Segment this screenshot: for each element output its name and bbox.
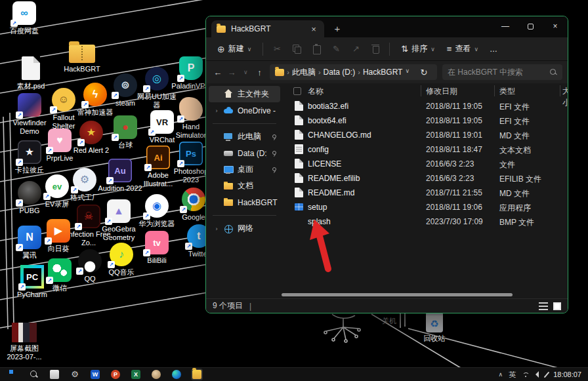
new-button-label: 新建 <box>228 43 244 54</box>
paste-icon[interactable] <box>309 43 324 55</box>
up-button[interactable]: ↑ <box>253 68 266 77</box>
taskbar-clock[interactable]: 18:08:07 <box>553 371 581 378</box>
start-taskbar-button[interactable] <box>8 369 20 380</box>
close-button[interactable]: × <box>543 16 568 36</box>
breadcrumb[interactable]: ›此电脑›Data (D:)›HackBGRT ∨ ↻ <box>270 64 437 80</box>
file-row-LICENSE[interactable]: LICENSE 2016/6/3 2:23 文件 <box>283 157 568 171</box>
settings-taskbar-button[interactable] <box>69 369 81 380</box>
shortcut-arrow-icon: ↗ <box>81 101 89 108</box>
app-icon: ↗ <box>179 97 203 121</box>
desktop-icon-BiliBili[interactable]: tv ↗ BiliBili <box>134 231 180 265</box>
file-date-modified: 2018/7/11 21:55 <box>426 188 482 197</box>
new-tab-button[interactable]: + <box>332 23 343 34</box>
app-icon: ↗ <box>12 323 37 342</box>
file-row-README.md[interactable]: README.md 2018/7/11 21:55 MD 文件 <box>283 186 568 200</box>
desktop-icon-卡拉彼丘[interactable]: ★ ↗ 卡拉彼丘 <box>7 140 52 174</box>
excel-taskbar-button[interactable]: X <box>130 369 142 380</box>
sort-button[interactable]: ⇅ 排序 ∨ <box>396 41 440 57</box>
address-dropdown-icon[interactable]: ∨ <box>405 68 410 77</box>
language-indicator[interactable]: 英 <box>509 370 516 380</box>
tab-hackbgrt[interactable]: HackBGRT × <box>211 20 324 37</box>
powerpoint-taskbar-button[interactable]: P <box>110 369 121 380</box>
desktop-icon-百度网盘[interactable]: ∞ ↗ 百度网盘 <box>1 1 47 35</box>
file-row-config[interactable]: config 2018/8/11 18:47 文本文档 <box>283 142 568 157</box>
view-button[interactable]: ≡ 查看 ∨ <box>442 41 483 57</box>
file-row-bootia32.efi[interactable]: bootia32.efi 2018/8/11 19:05 EFI 文件 <box>283 99 568 113</box>
sidebar-item-Data (D:)[interactable]: Data (D:) <box>209 145 280 161</box>
sidebar-item-网络[interactable]: › 网络 <box>209 220 280 237</box>
pen-icon[interactable] <box>544 371 550 378</box>
large-icons-view-button[interactable] <box>553 302 561 310</box>
more-options-button[interactable]: … <box>490 45 498 54</box>
forward-button[interactable]: → <box>225 68 238 77</box>
sidebar-item-HackBGRT[interactable]: HackBGRT <box>209 194 280 211</box>
desktop-icon-PUBG[interactable]: ↗ PUBG <box>7 181 52 215</box>
delete-icon[interactable] <box>368 43 383 55</box>
recycle-symbol-icon: ♻ <box>426 313 443 332</box>
chevron-right-icon[interactable]: › <box>214 226 219 232</box>
pinned-app-taskbar-button[interactable] <box>49 369 60 380</box>
breadcrumb-item-Data (D:)[interactable]: Data (D:) <box>324 68 356 77</box>
file-row-setup[interactable]: setup 2018/8/11 19:06 应用程序 <box>283 200 568 214</box>
volume-icon[interactable] <box>536 371 539 378</box>
address-bar: ← → ∨ ↑ ›此电脑›Data (D:)›HackBGRT ∨ ↻ <box>206 61 568 83</box>
share-icon[interactable]: ↗ <box>348 43 363 55</box>
recycle-bin-icon[interactable]: ♻ 回收站 <box>416 313 453 343</box>
sidebar-item-文档[interactable]: 文档 <box>209 178 280 194</box>
plus-circle-icon: ⊕ <box>217 44 225 54</box>
minimize-button[interactable]: — <box>493 16 518 36</box>
maximize-button[interactable] <box>518 16 543 36</box>
search-input[interactable] <box>448 68 549 77</box>
tray-overflow-chevron-icon[interactable]: ∧ <box>499 371 503 378</box>
sidebar-item-此电脑[interactable]: 此电脑 <box>209 129 280 145</box>
chevron-right-icon[interactable]: › <box>214 108 219 114</box>
folder-icon <box>275 69 284 76</box>
horizontal-scrollbar[interactable] <box>282 293 513 296</box>
column-date-modified[interactable]: 修改日期 <box>426 86 457 97</box>
search-taskbar-button[interactable] <box>28 369 40 380</box>
copy-icon[interactable] <box>289 43 304 55</box>
tab-close-icon[interactable]: × <box>308 24 319 34</box>
file-explorer-taskbar-button[interactable] <box>191 369 203 380</box>
window-body: 主文件夹 › OneDrive - Personal 此电脑 Data (D:)… <box>206 83 568 298</box>
page-file-icon <box>295 115 303 125</box>
search-icon <box>549 68 557 76</box>
select-all-checkbox[interactable] <box>293 87 301 95</box>
sidebar-item-OneDrive - Personal[interactable]: › OneDrive - Personal <box>209 102 280 119</box>
compass-taskbar-button[interactable] <box>150 369 162 380</box>
sidebar-item-主文件夹[interactable]: 主文件夹 <box>209 86 280 102</box>
desktop-icon-PyCharm[interactable]: PC ↗ PyCharm <box>9 265 55 299</box>
breadcrumb-item-此电脑[interactable]: 此电脑 <box>292 67 316 78</box>
file-row-splash[interactable]: splash 2023/7/30 17:09 BMP 文件 <box>283 214 568 229</box>
breadcrumb-separator-icon: › <box>358 68 360 76</box>
file-row-README.efilib[interactable]: README.efilib 2016/6/3 2:23 EFILIB 文件 <box>283 171 568 186</box>
desktop-icon-HackBGRT[interactable]: ↗ HackBGRT <box>59 41 105 73</box>
rename-icon[interactable]: ✎ <box>329 43 343 55</box>
search-box[interactable] <box>442 64 562 80</box>
refresh-icon[interactable]: ↻ <box>416 68 432 77</box>
column-type[interactable]: 类型 <box>499 86 515 97</box>
edge-taskbar-button[interactable] <box>171 369 182 380</box>
word-taskbar-button[interactable]: W <box>89 369 101 380</box>
file-row-bootx64.efi[interactable]: bootx64.efi 2018/8/11 19:05 EFI 文件 <box>283 113 568 128</box>
app-glyph: ★ <box>87 127 96 138</box>
app-glyph: ⚙ <box>80 174 89 185</box>
cut-icon[interactable]: ✂ <box>270 43 284 55</box>
new-button[interactable]: ⊕ 新建 ∨ <box>213 41 256 57</box>
app-glyph: ev <box>52 182 62 191</box>
desktop-icon-屏幕截图 2023-07-...[interactable]: ↗ 屏幕截图 2023-07-... <box>1 323 47 361</box>
wifi-icon[interactable] <box>522 372 530 378</box>
desktop-icon-向日葵[interactable]: ▶ ↗ 向日葵 <box>35 219 81 253</box>
recent-locations-button[interactable]: ∨ <box>240 69 252 75</box>
sidebar-item-桌面[interactable]: 桌面 <box>209 161 280 178</box>
file-row-CHANGELOG.md[interactable]: CHANGELOG.md 2018/8/11 19:01 MD 文件 <box>283 128 568 142</box>
desktop-icon-素材.psd[interactable]: ↗ 素材.psd <box>8 56 54 90</box>
status-divider: | <box>249 302 251 311</box>
desktop-icon-label: BiliBili <box>134 256 180 265</box>
breadcrumb-item-HackBGRT[interactable]: HackBGRT <box>363 68 402 77</box>
recycle-bin-label: 回收站 <box>416 334 453 343</box>
back-button[interactable]: ← <box>211 68 224 77</box>
shortcut-arrow-icon: ↗ <box>108 261 115 268</box>
column-name[interactable]: 名称 <box>308 86 324 97</box>
details-view-button[interactable] <box>539 302 548 310</box>
